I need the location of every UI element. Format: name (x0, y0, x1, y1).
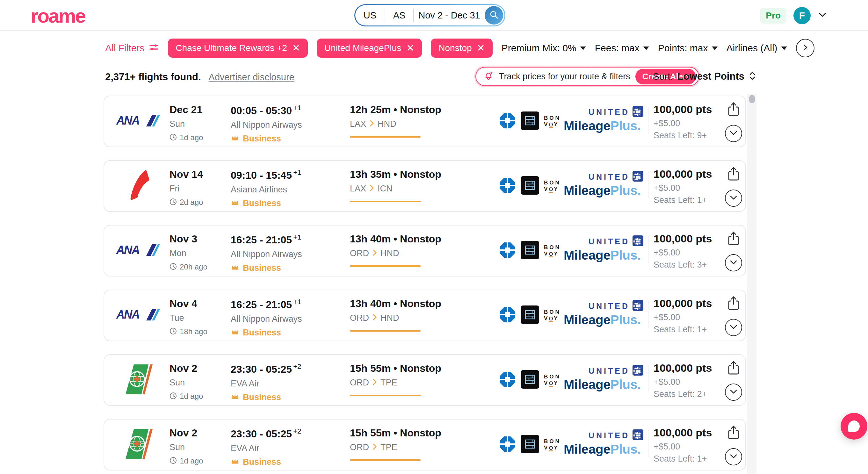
search-origin[interactable]: US (355, 10, 384, 21)
duration-stops: 12h 25m • Nonstop (350, 104, 441, 116)
dropdown-fees[interactable]: Fees: max (595, 43, 649, 54)
marriott-bonvoy-logo: BON VY (544, 115, 561, 127)
seats-left: Seats Left: 1+ (654, 325, 712, 335)
chevron-right-icon (372, 378, 377, 388)
transfer-program-icons: BON VY (499, 225, 561, 276)
account-menu-button[interactable] (818, 12, 827, 20)
search-destination[interactable]: AS (385, 10, 413, 21)
route-row: ORD HND (350, 249, 441, 258)
expand-details-button[interactable] (725, 383, 742, 401)
close-icon[interactable]: ✕ (406, 43, 414, 53)
filter-bar: All Filters Chase Ultimate Rewards +2 ✕ … (105, 36, 762, 61)
flights-found-count: 2,371+ flights found. (105, 71, 201, 83)
expand-details-button[interactable] (725, 448, 742, 465)
bilt-logo-icon (521, 176, 539, 196)
flight-weekday: Fri (169, 184, 203, 194)
advertiser-disclosure-link[interactable]: Advertiser disclosure (209, 72, 294, 83)
flight-times: 00:05 - 05:30+1 (231, 104, 302, 117)
close-icon[interactable]: ✕ (477, 43, 485, 53)
chase-logo-icon (499, 306, 516, 325)
points-price: 100,000 pts (654, 168, 712, 180)
expand-details-button[interactable] (725, 125, 742, 142)
close-icon[interactable]: ✕ (292, 43, 300, 53)
bonvoy-o-icon (549, 123, 553, 126)
bonvoy-text: VY (544, 380, 561, 386)
airline-name: All Nippon Airways (231, 314, 302, 324)
posted-row: 20h ago (169, 262, 208, 272)
flight-result-card[interactable]: ANA (103, 160, 746, 212)
share-button[interactable] (726, 102, 741, 117)
cabin-row: Business (231, 392, 301, 402)
top-header: roame US AS Nov 2 - Dec 31 Pro F (0, 0, 868, 31)
bonvoy-text: BON (544, 115, 561, 121)
share-button[interactable] (726, 231, 741, 246)
flight-weekday: Mon (169, 249, 208, 258)
search-button[interactable] (485, 6, 503, 25)
airline-logo: ANA (113, 419, 166, 470)
united-mileageplus-logo: UNITED MileagePlus. (564, 430, 643, 456)
price-column: 100,000 pts +$5.00 Seats Left: 3+ (654, 232, 712, 270)
avatar[interactable]: F (794, 7, 811, 24)
chat-launcher-button[interactable] (841, 413, 867, 440)
airline-name: Asiana Airlines (231, 185, 301, 195)
all-filters-button[interactable]: All Filters (105, 42, 159, 55)
united-globe-icon (632, 171, 643, 183)
eva-air-logo-icon (123, 362, 156, 398)
united-wordmark: UNITED (589, 431, 630, 440)
dropdown-label: Airlines (All) (726, 43, 777, 54)
search-dates[interactable]: Nov 2 - Dec 31 (414, 10, 485, 21)
bonvoy-text: BON (544, 309, 561, 315)
share-button[interactable] (726, 360, 741, 375)
bonvoy-o-icon (549, 317, 553, 320)
cash-fees: +$5.00 (654, 377, 712, 387)
cabin-class: Business (243, 134, 281, 144)
svg-text:ANA: ANA (116, 243, 139, 256)
flight-times: 23:30 - 05:25+2 (231, 362, 301, 375)
filters-scroll-next-button[interactable] (796, 39, 814, 57)
points-price: 100,000 pts (654, 362, 712, 374)
filter-chip-nonstop[interactable]: Nonstop ✕ (431, 38, 492, 58)
expand-details-button[interactable] (725, 190, 742, 207)
crown-icon (231, 328, 239, 337)
flight-result-card[interactable]: ANA (103, 419, 746, 471)
flight-result-card[interactable]: ANA (103, 354, 746, 406)
united-globe-icon (632, 365, 643, 377)
crown-icon (231, 134, 239, 143)
mileage-wordmark: Mileage (564, 119, 611, 133)
united-mileageplus-logo: UNITED MileagePlus. (564, 235, 643, 262)
clock-icon (169, 198, 177, 207)
dropdown-premium-mix[interactable]: Premium Mix: 0% (501, 43, 586, 54)
pro-badge[interactable]: Pro (760, 8, 786, 24)
search-bar: US AS Nov 2 - Dec 31 (354, 4, 505, 26)
airline-logo: ANA (113, 290, 166, 341)
share-button[interactable] (726, 167, 741, 181)
share-button[interactable] (726, 296, 741, 311)
dropdown-points[interactable]: Points: max (658, 43, 718, 54)
plus-days-badge: +2 (293, 362, 301, 371)
chase-logo-icon (499, 112, 516, 131)
roame-logo: roame (31, 4, 85, 27)
caret-down-icon (643, 46, 649, 50)
flight-result-card[interactable]: ANA (103, 96, 746, 147)
bonvoy-text: VY (544, 186, 561, 192)
filter-chip-chase-ultimate-rewards[interactable]: Chase Ultimate Rewards +2 ✕ (168, 38, 308, 58)
filter-chip-united-mileageplus[interactable]: United MileagePlus ✕ (317, 38, 422, 58)
scrollbar-thumb[interactable] (749, 95, 755, 103)
price-column: 100,000 pts +$5.00 Seats Left: 1+ (654, 168, 712, 205)
flight-result-card[interactable]: ANA (103, 290, 746, 341)
chevron-right-icon (369, 184, 374, 194)
mileage-wordmark: Mileage (564, 377, 611, 391)
bonvoy-text: VY (544, 445, 561, 451)
origin-airport: ORD (350, 378, 369, 388)
expand-details-button[interactable] (725, 319, 742, 336)
flight-times: 23:30 - 05:25+2 (231, 427, 301, 440)
share-button[interactable] (726, 425, 741, 440)
plus-wordmark: Plus. (611, 313, 641, 327)
time-column: 23:30 - 05:25+2 EVA Air Business (231, 362, 301, 402)
sort-control[interactable]: Sort: Lowest Points (653, 71, 756, 82)
chevron-right-icon (372, 313, 377, 323)
expand-details-button[interactable] (725, 254, 742, 272)
flight-result-card[interactable]: ANA (103, 225, 746, 277)
bonvoy-o-icon (549, 252, 553, 256)
dropdown-airlines[interactable]: Airlines (All) (726, 43, 787, 54)
